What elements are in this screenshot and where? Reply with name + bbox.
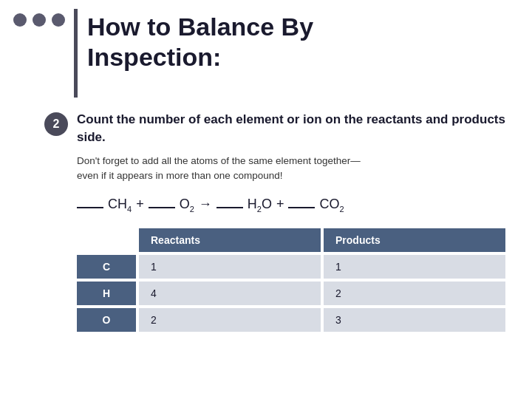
step-subtext: Don't forget to add all the atoms of the… xyxy=(77,154,517,184)
dot-1 xyxy=(13,13,27,27)
table-header-row: Reactants Products xyxy=(77,228,505,252)
table-body: C 1 1 H 4 2 O 2 3 xyxy=(77,255,505,332)
step-heading: Count the number of each element or ion … xyxy=(77,111,517,146)
co2: CO2 xyxy=(319,197,344,214)
c-reactants-cell: 1 xyxy=(139,255,321,279)
h2o: H2O xyxy=(248,197,272,214)
accent-bar xyxy=(74,9,78,98)
blank-2 xyxy=(149,207,175,208)
ch4: CH4 xyxy=(108,197,132,214)
c-products-cell: 1 xyxy=(324,255,505,279)
blank-3 xyxy=(216,207,243,208)
step-header: 2 Count the number of each element or io… xyxy=(44,111,517,146)
header-empty-cell xyxy=(77,228,136,252)
blank-4 xyxy=(288,207,315,208)
o2: O2 xyxy=(180,197,194,214)
blank-1 xyxy=(77,207,103,208)
chemical-equation: CH4 + O2 → H2O + CO2 xyxy=(77,197,517,214)
h-reactants-cell: 4 xyxy=(139,282,321,305)
dot-2 xyxy=(33,13,46,27)
element-label-c: C xyxy=(77,255,136,279)
products-header: Products xyxy=(324,228,505,252)
element-label-h: H xyxy=(77,282,136,305)
title-block: How to Balance By Inspection: xyxy=(87,12,501,72)
element-label-o: O xyxy=(77,308,136,332)
o-products-cell: 3 xyxy=(324,308,505,332)
plus-2: + xyxy=(276,197,284,212)
plus-1: + xyxy=(136,197,144,212)
balance-table: Reactants Products C 1 1 H 4 2 O 2 3 xyxy=(77,228,505,332)
slide-title: How to Balance By Inspection: xyxy=(87,12,501,72)
step-section: 2 Count the number of each element or io… xyxy=(44,111,517,332)
table-row-h: H 4 2 xyxy=(77,282,505,305)
table-row-c: C 1 1 xyxy=(77,255,505,279)
h-products-cell: 2 xyxy=(324,282,505,305)
table-row-o: O 2 3 xyxy=(77,308,505,332)
o-reactants-cell: 2 xyxy=(139,308,321,332)
decorative-dots xyxy=(13,13,65,27)
dot-3 xyxy=(52,13,65,27)
arrow: → xyxy=(199,197,212,212)
reactants-header: Reactants xyxy=(139,228,321,252)
step-badge: 2 xyxy=(44,112,68,136)
